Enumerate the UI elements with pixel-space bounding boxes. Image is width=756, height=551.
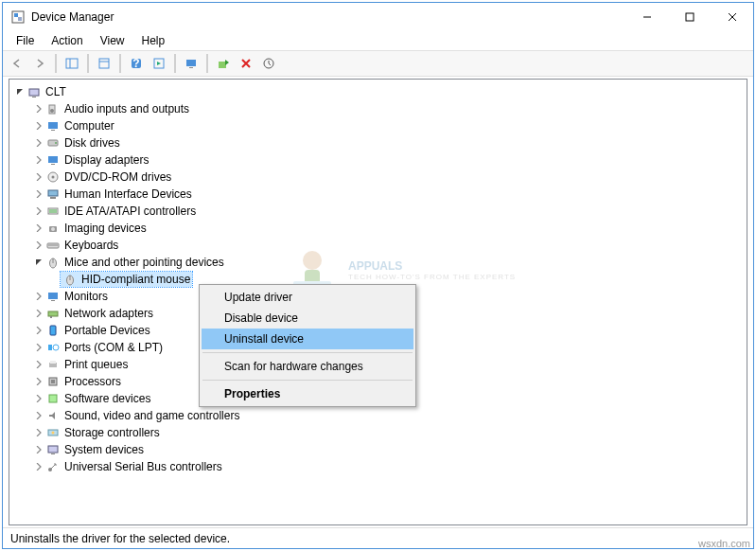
tree-category-label: Processors (64, 375, 121, 388)
svg-rect-31 (50, 197, 56, 199)
ctx-properties[interactable]: Properties (202, 383, 413, 404)
properties-button[interactable] (94, 53, 114, 74)
tree-category[interactable]: Imaging devices (11, 220, 745, 237)
caret-closed-icon[interactable] (32, 395, 45, 402)
svg-rect-9 (99, 59, 109, 68)
svg-rect-15 (189, 67, 193, 68)
caret-closed-icon[interactable] (32, 310, 45, 317)
tree-category[interactable]: Keyboards (11, 237, 745, 254)
update-driver-button[interactable] (213, 53, 234, 74)
tree-category[interactable]: Disk drives (11, 134, 745, 151)
tree-category-label: System devices (64, 443, 144, 456)
maximize-button[interactable] (668, 3, 711, 31)
caret-closed-icon[interactable] (32, 412, 45, 419)
window-title: Device Manager (31, 10, 625, 24)
caret-closed-icon[interactable] (32, 361, 45, 368)
caret-closed-icon[interactable] (32, 139, 45, 147)
tree-category-label: DVD/CD-ROM drives (64, 170, 171, 184)
tree-category-label: Software devices (64, 392, 150, 405)
ctx-update-driver[interactable]: Update driver (202, 287, 413, 308)
tree-category[interactable]: Storage controllers (11, 424, 745, 441)
caret-closed-icon[interactable] (32, 207, 45, 215)
device-category-icon (45, 425, 61, 440)
menu-file[interactable]: File (9, 32, 42, 49)
svg-rect-47 (48, 345, 52, 350)
caret-open-icon[interactable] (32, 258, 45, 266)
device-category-icon (45, 255, 61, 270)
svg-rect-22 (48, 122, 58, 129)
tree-category[interactable]: Universal Serial Bus controllers (11, 458, 745, 475)
caret-closed-icon[interactable] (32, 293, 45, 300)
tree-root-label: CLT (45, 85, 66, 98)
caret-closed-icon[interactable] (32, 105, 45, 113)
caret-open-icon[interactable] (13, 88, 26, 96)
caret-closed-icon[interactable] (32, 224, 45, 232)
device-category-icon (45, 204, 61, 219)
svg-rect-46 (50, 326, 56, 335)
tree-category-label: Print queues (64, 358, 128, 371)
tree-category[interactable]: Mice and other pointing devices (11, 254, 745, 271)
ctx-uninstall-device[interactable]: Uninstall device (202, 329, 413, 349)
device-category-icon (45, 169, 61, 185)
computer-icon (26, 84, 42, 99)
tree-device-label: HID-compliant mouse (81, 273, 190, 286)
tree-category[interactable]: DVD/CD-ROM drives (11, 169, 745, 186)
tree-category[interactable]: Audio inputs and outputs (11, 100, 745, 117)
context-menu: Update driver Disable device Uninstall d… (199, 284, 416, 407)
caret-closed-icon[interactable] (32, 122, 45, 130)
tree-category[interactable]: Computer (11, 117, 745, 134)
ctx-separator (202, 352, 413, 353)
scan-button[interactable] (258, 53, 279, 74)
svg-rect-52 (51, 380, 55, 383)
device-tree[interactable]: CLTAudio inputs and outputsComputerDisk … (11, 83, 745, 475)
uninstall-button[interactable] (236, 53, 256, 74)
svg-rect-43 (51, 300, 55, 301)
caret-closed-icon[interactable] (32, 156, 45, 164)
svg-rect-23 (51, 130, 55, 131)
tree-category-label: Network adapters (64, 307, 153, 320)
tree-category-label: Portable Devices (64, 324, 150, 337)
ctx-scan-hardware[interactable]: Scan for hardware changes (202, 356, 413, 377)
caret-closed-icon[interactable] (32, 429, 45, 436)
caret-closed-icon[interactable] (32, 344, 45, 351)
back-button[interactable] (7, 53, 27, 74)
tree-root[interactable]: CLT (11, 83, 745, 100)
action-button[interactable] (149, 53, 169, 74)
svg-rect-50 (50, 361, 56, 364)
watermark-url: wsxdn.com (698, 538, 750, 549)
tree-category-label: Storage controllers (64, 426, 160, 439)
device-category-icon (45, 152, 61, 168)
caret-closed-icon[interactable] (32, 327, 45, 334)
menu-action[interactable]: Action (44, 32, 90, 49)
caret-closed-icon[interactable] (32, 446, 45, 453)
monitor-button[interactable] (181, 53, 202, 74)
tree-category-label: Disk drives (64, 136, 120, 150)
tree-category[interactable]: IDE ATA/ATAPI controllers (11, 203, 745, 220)
menu-help[interactable]: Help (134, 32, 173, 49)
svg-text:?: ? (132, 57, 139, 70)
tree-category[interactable]: System devices (11, 441, 745, 458)
device-category-icon (45, 187, 61, 202)
close-button[interactable] (711, 3, 753, 31)
minimize-button[interactable] (625, 3, 668, 31)
tree-category[interactable]: Display adapters (11, 151, 745, 169)
caret-closed-icon[interactable] (32, 173, 45, 181)
help-button[interactable]: ? (126, 53, 147, 74)
ctx-disable-device[interactable]: Disable device (202, 308, 413, 329)
svg-rect-7 (66, 59, 78, 68)
menu-view[interactable]: View (93, 32, 132, 49)
show-hide-tree-button[interactable] (62, 53, 82, 74)
tree-category-label: Human Interface Devices (64, 187, 192, 201)
tree-category-label: Computer (64, 119, 114, 133)
caret-closed-icon[interactable] (32, 378, 45, 385)
device-category-icon (45, 340, 61, 355)
tree-category[interactable]: Human Interface Devices (11, 186, 745, 203)
svg-rect-2 (18, 17, 22, 21)
tree-category-label: Ports (COM & LPT) (64, 341, 163, 354)
caret-closed-icon[interactable] (32, 463, 45, 471)
device-category-icon (45, 408, 61, 423)
caret-closed-icon[interactable] (32, 241, 45, 249)
caret-closed-icon[interactable] (32, 190, 45, 198)
forward-button[interactable] (29, 53, 50, 74)
tree-category[interactable]: Sound, video and game controllers (11, 407, 745, 424)
